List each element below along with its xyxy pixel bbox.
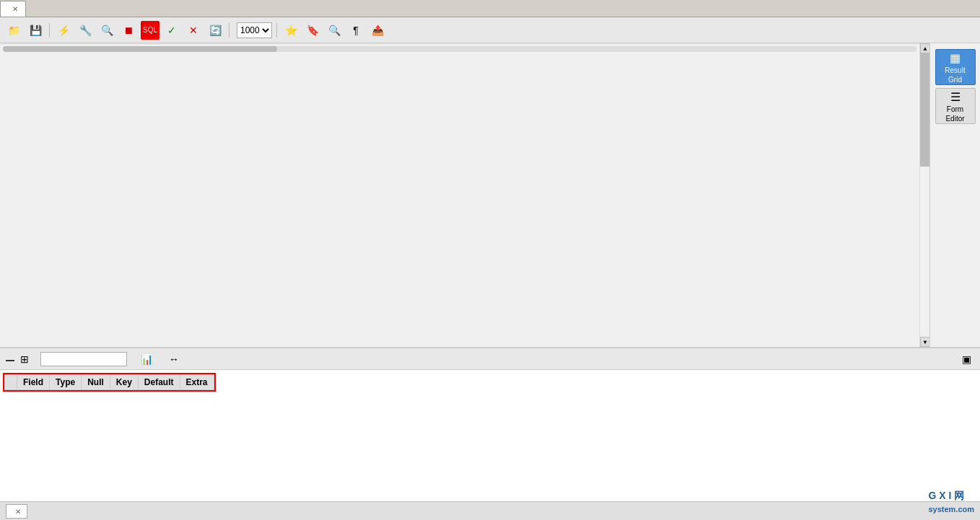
wrap-icon-btn[interactable]: ↔ bbox=[166, 352, 182, 366]
vscroll-track bbox=[920, 53, 929, 337]
col-null: Null bbox=[82, 375, 110, 390]
tab-bar: ✕ bbox=[0, 0, 980, 17]
search-btn[interactable]: 🔍 bbox=[97, 21, 116, 40]
result-toolbar-right: ▣ bbox=[958, 352, 974, 366]
sep2 bbox=[229, 23, 229, 38]
execute-btn[interactable]: ⚡ bbox=[54, 21, 73, 40]
result-grid-label: Result bbox=[945, 66, 965, 74]
col-indicator bbox=[5, 375, 17, 390]
result3-tab[interactable]: ✕ bbox=[6, 504, 27, 519]
col-field: Field bbox=[17, 375, 50, 390]
result-grid-tab[interactable] bbox=[6, 357, 14, 361]
code-editor[interactable] bbox=[0, 43, 919, 347]
toolbar: 📁 💾 ⚡ 🔧 🔍 ⏹ SQL ✓ ✕ 🔄 1000 500 200 ⭐ 🔖 🔍… bbox=[0, 17, 980, 43]
result-table-wrapper: Field Type Null Key Default Extra bbox=[3, 373, 216, 392]
vertical-scrollbar[interactable]: ▲ ▼ bbox=[919, 43, 929, 347]
explain-btn[interactable]: 🔧 bbox=[76, 21, 95, 40]
horizontal-scrollbar[interactable] bbox=[0, 43, 919, 53]
format-btn[interactable]: ¶ bbox=[346, 21, 365, 40]
col-default: Default bbox=[138, 375, 180, 390]
vscroll-up[interactable]: ▲ bbox=[920, 43, 930, 53]
sep1 bbox=[49, 23, 50, 38]
run-selection-btn[interactable]: SQL bbox=[141, 21, 159, 40]
limit-select-container: 1000 500 200 bbox=[234, 22, 272, 38]
result-panel: ⊞ 📊 ↔ ▣ Field Type bbox=[0, 347, 980, 520]
grid-icon: ⊞ bbox=[20, 353, 29, 365]
save-btn[interactable]: 💾 bbox=[26, 21, 45, 40]
result3-tab-close[interactable]: ✕ bbox=[15, 508, 21, 516]
sep3 bbox=[276, 23, 277, 38]
result-grid-area[interactable]: Field Type Null Key Default Extra bbox=[0, 370, 980, 501]
rollback-btn[interactable]: ✕ bbox=[184, 21, 203, 40]
col-key: Key bbox=[110, 375, 138, 390]
col-type: Type bbox=[50, 375, 82, 390]
form-editor-btn[interactable]: ☰ Form Editor bbox=[935, 88, 976, 124]
query-tab[interactable]: ✕ bbox=[0, 1, 26, 17]
query-tab-close[interactable]: ✕ bbox=[12, 5, 18, 13]
toggle-btn[interactable]: 🔄 bbox=[206, 21, 224, 40]
filter-input[interactable] bbox=[40, 352, 127, 366]
hscroll-thumb bbox=[3, 46, 277, 52]
watermark: G X I 网system.com bbox=[928, 490, 974, 514]
limit-dropdown[interactable]: 1000 500 200 bbox=[237, 22, 272, 38]
open-file-btn[interactable]: 📁 bbox=[4, 21, 23, 40]
stop-btn[interactable]: ⏹ bbox=[119, 21, 138, 40]
hscroll-track bbox=[3, 46, 916, 52]
bookmark-btn[interactable]: 🔖 bbox=[303, 21, 322, 40]
result-grid-icon: ▦ bbox=[950, 51, 961, 65]
result-toolbar: ⊞ 📊 ↔ ▣ bbox=[0, 348, 980, 370]
col-extra: Extra bbox=[180, 375, 214, 390]
result-table: Field Type Null Key Default Extra bbox=[4, 374, 214, 390]
export2-btn[interactable]: 📤 bbox=[368, 21, 387, 40]
form-editor-label2: Editor bbox=[945, 115, 964, 123]
editor-container: ▲ ▼ ▦ Result Grid ☰ Form Editor bbox=[0, 43, 980, 347]
right-sidebar: ▦ Result Grid ☰ Form Editor bbox=[929, 43, 980, 347]
form-editor-icon: ☰ bbox=[950, 90, 961, 104]
export-icon-btn[interactable]: 📊 bbox=[139, 352, 154, 366]
main-area: ▲ ▼ ▦ Result Grid ☰ Form Editor ⊞ bbox=[0, 43, 980, 520]
result-grid-btn[interactable]: ▦ Result Grid bbox=[935, 49, 976, 85]
zoom-btn[interactable]: 🔍 bbox=[325, 21, 344, 40]
table-header-row: Field Type Null Key Default Extra bbox=[5, 375, 214, 390]
star-btn[interactable]: ⭐ bbox=[281, 21, 300, 40]
vscroll-down[interactable]: ▼ bbox=[920, 337, 930, 347]
bottom-tabs: ✕ bbox=[0, 501, 980, 520]
vscroll-thumb bbox=[920, 53, 929, 167]
form-editor-label: Form bbox=[947, 105, 963, 113]
panel-toggle-btn[interactable]: ▣ bbox=[958, 352, 974, 366]
commit-btn[interactable]: ✓ bbox=[162, 21, 181, 40]
result-grid-label2: Grid bbox=[948, 76, 962, 84]
